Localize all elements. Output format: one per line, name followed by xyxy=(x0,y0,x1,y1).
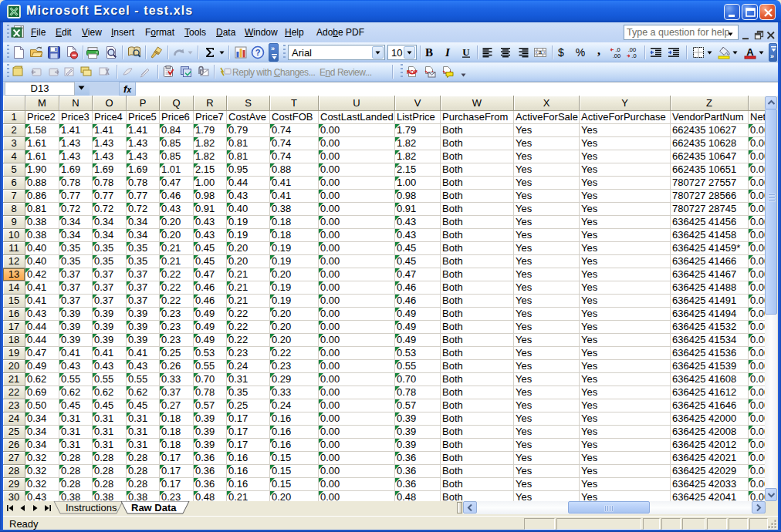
svg-text:.00: .00 xyxy=(613,52,620,59)
svg-text:$: $ xyxy=(558,46,564,59)
svg-text:,: , xyxy=(597,45,600,57)
svg-text:a: a xyxy=(539,49,542,55)
svg-text:A: A xyxy=(746,46,754,58)
svg-text:I: I xyxy=(445,46,451,59)
svg-text:?: ? xyxy=(255,48,261,57)
svg-text:.0: .0 xyxy=(631,52,636,59)
svg-text:%: % xyxy=(576,46,585,59)
svg-text:B: B xyxy=(425,46,433,59)
svg-text:U: U xyxy=(462,46,470,58)
